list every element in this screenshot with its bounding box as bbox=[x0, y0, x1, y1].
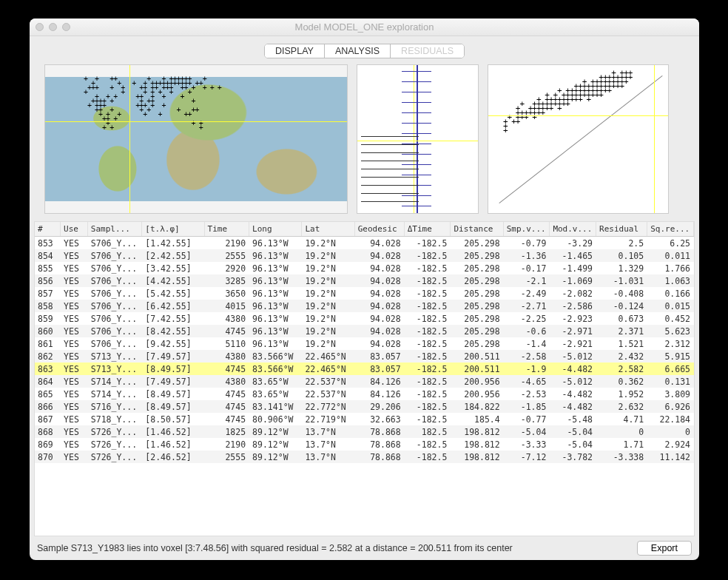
export-button[interactable]: Export bbox=[637, 541, 692, 556]
table-row[interactable]: 860YESS706_Y...[8.42.55]474596.13°W19.2°… bbox=[35, 325, 694, 337]
cell-res: 0.105 bbox=[596, 249, 647, 262]
column-header[interactable]: Time bbox=[204, 222, 249, 237]
cell-samp: S714_Y... bbox=[87, 388, 141, 400]
column-header[interactable]: Mod.v... bbox=[550, 222, 596, 237]
cell-sq: 5.623 bbox=[647, 325, 694, 337]
column-header[interactable]: Long bbox=[249, 222, 302, 237]
cell-voxel: [1.42.55] bbox=[142, 237, 204, 249]
cell-idx: 868 bbox=[35, 425, 61, 438]
column-header[interactable]: Sampl... bbox=[87, 222, 141, 237]
table-row[interactable]: 865YESS714_Y...[8.49.57]474583.65°W22.53… bbox=[35, 388, 694, 400]
cell-lon: 80.906°W bbox=[249, 413, 302, 425]
profile-tick bbox=[402, 71, 431, 72]
cell-idx: 861 bbox=[35, 337, 61, 350]
cell-smp: -1.36 bbox=[503, 249, 550, 262]
cell-voxel: [2.42.55] bbox=[142, 249, 204, 262]
cell-voxel: [1.46.52] bbox=[142, 425, 204, 438]
cell-time: 4745 bbox=[204, 325, 249, 337]
cell-dt: -182.5 bbox=[404, 362, 451, 375]
column-header[interactable]: Residual bbox=[596, 222, 647, 237]
table-row[interactable]: 870YESS726_Y...[2.46.52]255589.12°W13.7°… bbox=[35, 451, 694, 463]
close-icon[interactable] bbox=[36, 23, 44, 31]
cell-use: YES bbox=[61, 438, 88, 451]
cell-dist: 185.4 bbox=[451, 413, 503, 425]
cell-smp: -1.4 bbox=[503, 337, 550, 350]
table-row[interactable]: 854YESS706_Y...[2.42.55]255596.13°W19.2°… bbox=[35, 249, 694, 262]
tab-analysis[interactable]: ANALYSIS bbox=[325, 44, 391, 58]
profile-axis bbox=[417, 65, 418, 213]
cell-samp: S706_Y... bbox=[87, 300, 141, 312]
cell-samp: S706_Y... bbox=[87, 237, 141, 249]
column-header[interactable]: Distance bbox=[451, 222, 503, 237]
cell-time: 2190 bbox=[204, 237, 249, 249]
table-row[interactable]: 867YESS718_Y...[8.50.57]474580.906°W22.7… bbox=[35, 413, 694, 425]
column-header[interactable]: Geodesic bbox=[354, 222, 404, 237]
table-row[interactable]: 858YESS706_Y...[6.42.55]401596.13°W19.2°… bbox=[35, 300, 694, 312]
cell-dist: 198.812 bbox=[451, 425, 503, 438]
cell-dist: 205.298 bbox=[451, 300, 503, 312]
cell-geo: 84.126 bbox=[354, 388, 404, 400]
cell-res: 0.673 bbox=[596, 312, 647, 325]
tab-display[interactable]: DISPLAY bbox=[265, 44, 325, 58]
data-table[interactable]: #UseSampl...[t.λ.φ]TimeLongLatGeodesicΔT… bbox=[34, 221, 695, 536]
window-title: Model MODEL_ONE exploration bbox=[30, 21, 699, 33]
table-row[interactable]: 866YESS716_Y...[8.49.57]474583.141°W22.7… bbox=[35, 400, 694, 413]
column-header[interactable]: Lat bbox=[302, 222, 354, 237]
cell-dist: 200.511 bbox=[451, 350, 503, 362]
column-header[interactable]: Sq.re... bbox=[647, 222, 694, 237]
profile-tick bbox=[402, 102, 431, 103]
cell-mod: -2.586 bbox=[550, 300, 596, 312]
cell-use: YES bbox=[61, 249, 88, 262]
table-row[interactable]: 861YESS706_Y...[9.42.55]511096.13°W19.2°… bbox=[35, 337, 694, 350]
table-row[interactable]: 863YESS713_Y...[8.49.57]474583.566°W22.4… bbox=[35, 362, 694, 375]
cell-lat: 22.465°N bbox=[302, 362, 354, 375]
cell-sq: 22.184 bbox=[647, 413, 694, 425]
column-header[interactable]: Smp.v... bbox=[503, 222, 550, 237]
cell-dist: 200.956 bbox=[451, 375, 503, 388]
cell-use: YES bbox=[61, 362, 88, 375]
cell-lon: 96.13°W bbox=[249, 287, 302, 300]
zoom-icon[interactable] bbox=[62, 23, 70, 31]
table-row[interactable]: 856YESS706_Y...[4.42.55]328596.13°W19.2°… bbox=[35, 274, 694, 287]
cell-geo: 94.028 bbox=[354, 287, 404, 300]
column-header[interactable]: [t.λ.φ] bbox=[142, 222, 204, 237]
profile-level-line bbox=[361, 201, 419, 202]
cell-lon: 96.13°W bbox=[249, 237, 302, 249]
table-row[interactable]: 868YESS726_Y...[1.46.52]182589.12°W13.7°… bbox=[35, 425, 694, 438]
column-header[interactable]: Use bbox=[61, 222, 88, 237]
table-row[interactable]: 859YESS706_Y...[7.42.55]438096.13°W19.2°… bbox=[35, 312, 694, 325]
cell-idx: 859 bbox=[35, 312, 61, 325]
table-row[interactable]: 864YESS714_Y...[7.49.57]438083.65°W22.53… bbox=[35, 375, 694, 388]
cell-time: 4745 bbox=[204, 388, 249, 400]
cell-lon: 96.13°W bbox=[249, 274, 302, 287]
cell-mod: -5.012 bbox=[550, 350, 596, 362]
cell-samp: S726_Y... bbox=[87, 438, 141, 451]
cell-sq: 0 bbox=[647, 425, 694, 438]
cell-use: YES bbox=[61, 274, 88, 287]
cell-lon: 83.566°W bbox=[249, 350, 302, 362]
scatter-panel[interactable]: + +++ ++++++++ + +++++++++ ++++++++++++ … bbox=[488, 64, 669, 214]
cell-res: 1.952 bbox=[596, 388, 647, 400]
cell-use: YES bbox=[61, 375, 88, 388]
column-header[interactable]: ΔTime bbox=[404, 222, 451, 237]
profile-panel[interactable] bbox=[357, 64, 479, 214]
cell-sq: 0.452 bbox=[647, 312, 694, 325]
table-row[interactable]: 869YESS726_Y...[1.46.52]219089.12°W13.7°… bbox=[35, 438, 694, 451]
cell-dt: -182.5 bbox=[404, 262, 451, 274]
column-header[interactable]: # bbox=[35, 222, 61, 237]
minimize-icon[interactable] bbox=[49, 23, 57, 31]
world-map-panel[interactable]: + + ++ + + ++++++ + + + + + +++++++++++ … bbox=[44, 64, 348, 214]
cell-dist: 198.812 bbox=[451, 451, 503, 463]
cell-dist: 205.298 bbox=[451, 287, 503, 300]
cell-dt: -182.5 bbox=[404, 438, 451, 451]
cell-dt: -182.5 bbox=[404, 312, 451, 325]
cell-idx: 869 bbox=[35, 438, 61, 451]
table-row[interactable]: 855YESS706_Y...[3.42.55]292096.13°W19.2°… bbox=[35, 262, 694, 274]
cell-mod: -4.482 bbox=[550, 388, 596, 400]
table-row[interactable]: 853YESS706_Y...[1.42.55]219096.13°W19.2°… bbox=[35, 237, 694, 249]
cell-time: 5110 bbox=[204, 337, 249, 350]
status-text: Sample S713_Y1983 lies into voxel [3:7.4… bbox=[37, 543, 630, 553]
profile-tick bbox=[402, 133, 431, 134]
table-row[interactable]: 857YESS706_Y...[5.42.55]365096.13°W19.2°… bbox=[35, 287, 694, 300]
table-row[interactable]: 862YESS713_Y...[7.49.57]438083.566°W22.4… bbox=[35, 350, 694, 362]
